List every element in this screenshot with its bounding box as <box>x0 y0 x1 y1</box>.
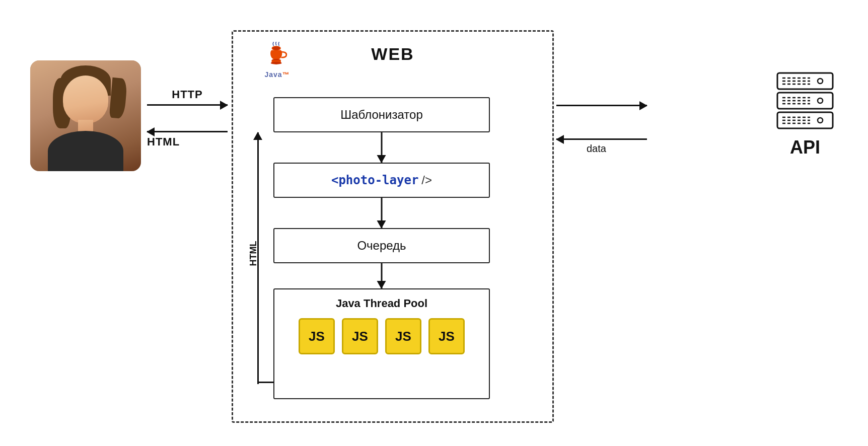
server-stack-icon <box>772 70 838 131</box>
svg-point-4 <box>271 61 282 64</box>
svg-point-11 <box>818 98 823 103</box>
ochered-label: Очередь <box>357 239 406 253</box>
data-label: data <box>587 143 606 155</box>
svg-point-16 <box>818 118 823 123</box>
html-vert-arrow-head <box>253 132 262 140</box>
js-boxes-container: JS JS JS JS <box>299 318 465 354</box>
js-box-1: JS <box>299 318 335 354</box>
html-horiz-connector <box>257 382 273 383</box>
svg-point-1 <box>272 46 280 50</box>
right-arrows <box>556 105 647 106</box>
http-arrow-row: HTTP <box>147 88 228 106</box>
arrow-photo-to-ochered <box>381 198 383 228</box>
person-photo <box>30 60 141 171</box>
architecture-diagram: HTTP HTML WEB <box>0 0 868 446</box>
ochered-box: Очередь <box>273 228 490 263</box>
shablon-box: Шаблонизатор <box>273 97 490 132</box>
java-logo: Java™ <box>263 42 291 79</box>
web-title: WEB <box>371 44 414 64</box>
js-box-2: JS <box>342 318 378 354</box>
shablon-label: Шаблонизатор <box>340 108 423 122</box>
right-arrow-to-api <box>556 105 647 106</box>
photo-layer-box: <photo-layer /> <box>273 163 490 198</box>
api-server: API <box>772 70 838 158</box>
html-vert-label: HTML <box>248 241 259 266</box>
java-cup-icon <box>263 42 291 69</box>
threadpool-title: Java Thread Pool <box>336 297 427 310</box>
data-arrow-from-api <box>556 138 647 140</box>
svg-point-6 <box>818 79 823 84</box>
http-arrow <box>147 104 228 106</box>
arrow-shablon-to-photo <box>381 132 383 163</box>
html-arrow <box>147 131 228 132</box>
js-box-3: JS <box>385 318 421 354</box>
photo-tag-open: <photo-layer <box>331 173 418 187</box>
photo-tag-close: /> <box>421 173 432 187</box>
html-label: HTML <box>147 135 180 148</box>
data-arrow-row: data <box>556 138 647 155</box>
threadpool-box: Java Thread Pool JS JS JS JS <box>273 288 490 399</box>
arrow-ochered-to-threadpool <box>381 263 383 288</box>
web-container: WEB Java™ <box>232 30 554 423</box>
java-text: Java™ <box>264 70 290 79</box>
js-box-4: JS <box>428 318 465 354</box>
http-label: HTTP <box>172 88 202 101</box>
html-arrow-row: HTML <box>147 131 228 148</box>
api-label: API <box>790 137 820 158</box>
